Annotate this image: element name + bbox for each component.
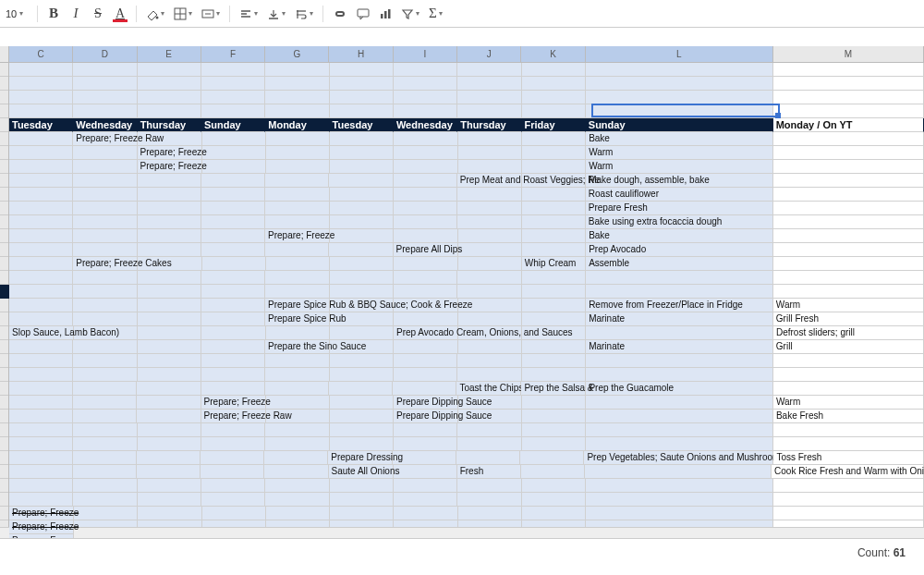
cell[interactable] <box>201 285 265 299</box>
cell[interactable] <box>266 146 330 160</box>
cell[interactable]: Prepare Spice Rub & BBQ Sauce; Cook & Fr… <box>265 299 330 312</box>
cell[interactable] <box>330 326 394 340</box>
cell[interactable] <box>394 146 457 160</box>
cell[interactable] <box>201 479 265 493</box>
horizontal-scrollbar[interactable] <box>0 527 924 538</box>
cell[interactable]: Wednesday <box>73 118 137 132</box>
cell[interactable] <box>9 202 73 215</box>
column-header-G[interactable]: G <box>265 46 329 63</box>
cell[interactable]: Warm <box>773 299 924 312</box>
cell[interactable] <box>73 493 137 507</box>
cell[interactable] <box>73 368 137 382</box>
cell[interactable] <box>330 188 394 202</box>
cell[interactable] <box>522 77 586 91</box>
cell[interactable] <box>522 63 586 77</box>
cell[interactable] <box>138 507 201 520</box>
cell[interactable] <box>138 354 201 368</box>
cell[interactable]: Roast cauliflower <box>586 188 773 202</box>
cell[interactable] <box>9 215 73 229</box>
cell[interactable]: Make dough, assemble, bake <box>586 174 773 188</box>
cell[interactable] <box>458 507 522 520</box>
cell[interactable] <box>73 146 137 160</box>
cell[interactable]: Prep the Salsa & <box>521 382 586 396</box>
cell[interactable] <box>266 257 330 271</box>
cell[interactable]: Prepare; Freeze Cakes <box>73 257 138 271</box>
cell[interactable] <box>458 257 522 271</box>
cell[interactable] <box>265 354 329 368</box>
cell[interactable] <box>201 493 265 507</box>
cell[interactable] <box>9 188 73 202</box>
cell[interactable] <box>73 91 137 104</box>
cell[interactable] <box>330 202 394 215</box>
cell[interactable] <box>9 410 73 423</box>
cell[interactable] <box>330 437 394 451</box>
cell[interactable] <box>394 465 457 479</box>
cell[interactable]: Prepare; Freeze <box>265 229 330 243</box>
cell[interactable] <box>394 340 457 354</box>
cell[interactable] <box>773 493 924 507</box>
cell[interactable] <box>522 479 586 493</box>
cell[interactable] <box>394 423 457 437</box>
cell[interactable] <box>522 146 586 160</box>
cell[interactable] <box>201 340 265 354</box>
cell[interactable] <box>773 91 924 104</box>
cell[interactable] <box>330 104 394 118</box>
cell[interactable]: Prep the Guacamole <box>586 382 773 396</box>
cell[interactable] <box>393 382 456 396</box>
cell[interactable] <box>773 423 924 437</box>
cell[interactable]: Saute All Onions <box>329 465 394 479</box>
cell[interactable] <box>201 229 265 243</box>
cell[interactable] <box>773 188 924 202</box>
cell[interactable] <box>9 63 73 77</box>
cell[interactable] <box>138 285 201 299</box>
cell[interactable] <box>457 91 521 104</box>
cell[interactable] <box>330 215 394 229</box>
cell[interactable] <box>137 396 201 410</box>
cell[interactable] <box>586 326 773 340</box>
cell[interactable] <box>201 104 265 118</box>
cell[interactable] <box>138 229 201 243</box>
cell[interactable]: Remove from Freezer/Place in Fridge <box>586 299 773 312</box>
cell[interactable] <box>458 132 522 146</box>
cell[interactable]: Bake Fresh <box>773 410 924 423</box>
cell[interactable] <box>458 312 522 326</box>
cell[interactable] <box>9 479 73 493</box>
cell[interactable]: Prepare; Freeze <box>9 534 74 538</box>
cell[interactable] <box>201 63 265 77</box>
cell[interactable]: Marinate <box>586 340 773 354</box>
cell[interactable]: Grill Fresh <box>773 312 924 326</box>
cell[interactable] <box>73 271 137 285</box>
bold-button[interactable]: B <box>43 4 64 24</box>
cell[interactable] <box>457 479 521 493</box>
cell[interactable]: Prep Avocado <box>586 243 773 257</box>
text-wrap-button[interactable] <box>291 4 317 24</box>
cell[interactable] <box>73 423 137 437</box>
cell[interactable] <box>73 437 137 451</box>
cell[interactable] <box>201 451 264 465</box>
cell[interactable]: Prepare the Sino Sauce <box>265 340 330 354</box>
cell[interactable] <box>394 507 457 520</box>
cell[interactable] <box>265 479 329 493</box>
cell[interactable] <box>9 340 73 354</box>
cell[interactable]: Grill <box>773 340 924 354</box>
cell[interactable] <box>138 312 201 326</box>
cell[interactable]: Prepare; Freeze <box>138 146 202 160</box>
cell[interactable] <box>138 340 201 354</box>
cell[interactable] <box>138 91 201 104</box>
cell[interactable] <box>586 77 773 91</box>
cell[interactable] <box>138 368 201 382</box>
cell[interactable] <box>522 132 586 146</box>
cell[interactable] <box>265 437 329 451</box>
cell[interactable] <box>138 202 201 215</box>
cell[interactable]: Monday <box>265 118 329 132</box>
functions-button[interactable]: Σ <box>425 4 446 24</box>
cell[interactable] <box>9 91 73 104</box>
cell[interactable] <box>73 312 137 326</box>
cell[interactable] <box>201 437 265 451</box>
cell[interactable]: Warm <box>773 396 924 410</box>
cell[interactable]: Warm <box>586 146 773 160</box>
cell[interactable] <box>9 451 73 465</box>
cell[interactable] <box>265 104 329 118</box>
column-header-K[interactable]: K <box>521 46 585 63</box>
cell[interactable] <box>773 77 924 91</box>
